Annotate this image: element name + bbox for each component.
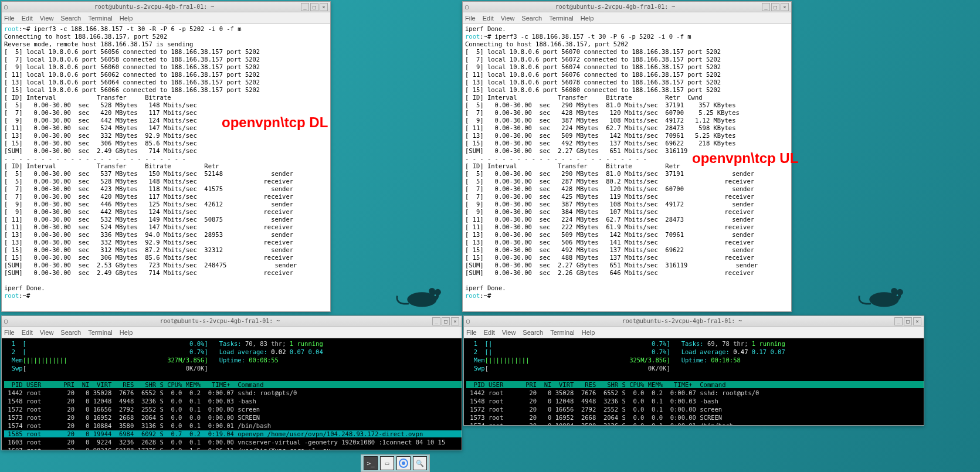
menu-help[interactable]: Help	[581, 15, 594, 22]
close-button[interactable]: ×	[451, 317, 459, 325]
menu-view[interactable]: View	[40, 329, 54, 336]
menu-search[interactable]: Search	[521, 15, 542, 22]
taskbar-files-icon[interactable]: ▭	[380, 456, 394, 470]
wallpaper-mouse-icon	[855, 276, 908, 311]
menu-view[interactable]: View	[501, 15, 515, 22]
htop-output[interactable]: 1 [ 0.0%] Tasks: 70, 83 thr; 1 running 2…	[2, 338, 462, 450]
annotation-dl: openvpn\tcp DL	[222, 114, 328, 131]
menu-terminal[interactable]: Terminal	[550, 329, 575, 336]
menu-search[interactable]: Search	[523, 329, 543, 336]
taskbar-terminal-icon[interactable]: >_	[364, 456, 378, 470]
titlebar[interactable]: ▢ root@ubuntu-s-2vcpu-4gb-fra1-01: ~ _ □…	[2, 316, 462, 327]
annotation-ul: openvpn\tcp UL	[692, 150, 798, 167]
menu-view[interactable]: View	[502, 329, 516, 336]
terminal-output[interactable]: iperf Done. root:~# iperf3 -c 188.166.38…	[463, 24, 791, 311]
svg-point-2	[429, 288, 435, 294]
maximize-button[interactable]: □	[442, 317, 450, 325]
menubar[interactable]: File Edit View Search Terminal Help	[463, 12, 791, 24]
menu-help[interactable]: Help	[120, 15, 133, 22]
titlebar[interactable]: ▢ root@ubuntu-s-2vcpu-4gb-fra1-01: ~ _ □…	[463, 2, 791, 12]
maximize-button[interactable]: □	[310, 3, 318, 11]
menu-view[interactable]: View	[40, 15, 54, 22]
maximize-button[interactable]: □	[771, 3, 779, 11]
close-button[interactable]: ×	[320, 3, 328, 11]
taskbar-chrome-icon[interactable]	[396, 456, 411, 470]
menu-file[interactable]: File	[465, 15, 476, 22]
menubar[interactable]: File Edit View Search Terminal Help	[2, 327, 462, 338]
window-title: root@ubuntu-s-2vcpu-4gb-fra1-01: ~	[8, 4, 301, 10]
terminal-top-left[interactable]: ▢ root@ubuntu-s-2vcpu-4gb-fra1-01: ~ _ □…	[1, 1, 331, 312]
close-button[interactable]: ×	[781, 3, 789, 11]
svg-point-9	[897, 294, 898, 296]
menu-terminal[interactable]: Terminal	[549, 15, 574, 22]
svg-point-8	[897, 289, 903, 296]
menu-file[interactable]: File	[466, 329, 477, 336]
svg-point-11	[402, 461, 405, 465]
menubar[interactable]: File Edit View Search Terminal Help	[2, 12, 330, 24]
htop-output[interactable]: 1 [| 0.7%] Tasks: 69, 78 thr; 1 running …	[464, 338, 924, 425]
menu-help[interactable]: Help	[120, 329, 133, 336]
svg-point-7	[891, 288, 897, 294]
minimize-button[interactable]: _	[762, 3, 770, 11]
window-title: root@ubuntu-s-2vcpu-4gb-fra1-01: ~	[470, 318, 894, 324]
menu-edit[interactable]: Edit	[22, 329, 33, 336]
window-title: root@ubuntu-s-2vcpu-4gb-fra1-01: ~	[469, 4, 762, 10]
maximize-button[interactable]: □	[904, 317, 912, 325]
terminal-output[interactable]: root:~# iperf3 -c 188.166.38.157 -t 30 -…	[2, 24, 330, 311]
menu-edit[interactable]: Edit	[22, 15, 33, 22]
window-title: root@ubuntu-s-2vcpu-4gb-fra1-01: ~	[8, 318, 432, 324]
menu-file[interactable]: File	[4, 15, 15, 22]
svg-point-3	[435, 289, 441, 296]
minimize-button[interactable]: _	[301, 3, 309, 11]
menu-edit[interactable]: Edit	[483, 15, 494, 22]
close-button[interactable]: ×	[913, 317, 921, 325]
terminal-htop-right[interactable]: ▢ root@ubuntu-s-2vcpu-4gb-fra1-01: ~ _ □…	[463, 315, 924, 426]
titlebar[interactable]: ▢ root@ubuntu-s-2vcpu-4gb-fra1-01: ~ _ □…	[464, 316, 924, 327]
minimize-button[interactable]: _	[894, 317, 903, 325]
menu-terminal[interactable]: Terminal	[88, 329, 113, 336]
minimize-button[interactable]: _	[432, 317, 440, 325]
menubar[interactable]: File Edit View Search Terminal Help	[464, 327, 924, 338]
menu-file[interactable]: File	[4, 329, 15, 336]
terminal-htop-left[interactable]: ▢ root@ubuntu-s-2vcpu-4gb-fra1-01: ~ _ □…	[1, 315, 462, 450]
menu-help[interactable]: Help	[582, 329, 595, 336]
menu-search[interactable]: Search	[60, 329, 81, 336]
menu-edit[interactable]: Edit	[484, 329, 495, 336]
wallpaper-mouse-icon	[393, 276, 446, 311]
taskbar[interactable]: >_ ▭ 🔍	[361, 454, 430, 472]
svg-point-4	[435, 294, 436, 296]
titlebar[interactable]: ▢ root@ubuntu-s-2vcpu-4gb-fra1-01: ~ _ □…	[2, 2, 330, 12]
taskbar-search-icon[interactable]: 🔍	[413, 456, 427, 470]
menu-search[interactable]: Search	[60, 15, 81, 22]
menu-terminal[interactable]: Terminal	[88, 15, 113, 22]
